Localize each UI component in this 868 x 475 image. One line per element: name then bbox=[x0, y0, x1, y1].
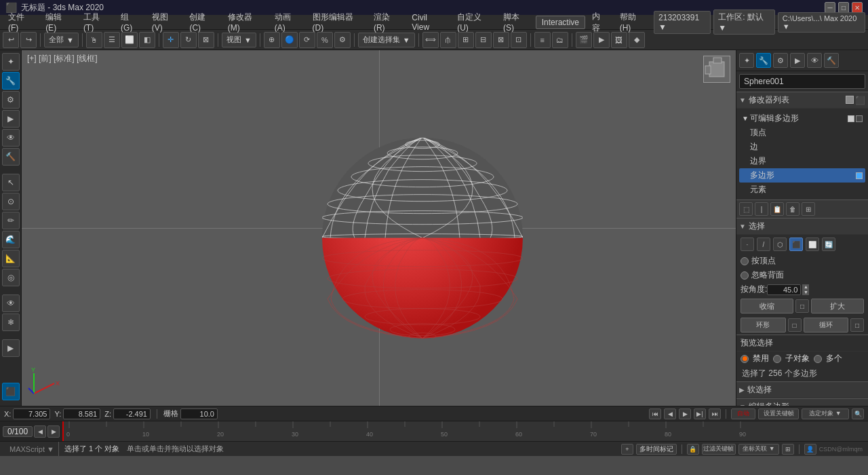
menu-graph-editor[interactable]: 图形编辑器(D) bbox=[307, 10, 367, 34]
prev-frame-btn[interactable]: ◀ bbox=[664, 408, 676, 419]
window-crossing-button[interactable]: ◧ bbox=[139, 32, 155, 48]
mirror-button[interactable]: ⟺ bbox=[422, 32, 439, 48]
shrink-extra-btn[interactable]: □ bbox=[795, 299, 809, 313]
z-value[interactable]: -2.491 bbox=[113, 408, 151, 419]
utility-panel-btn[interactable]: 🔨 bbox=[2, 148, 20, 166]
modify-panel-btn[interactable]: 🔧 bbox=[2, 72, 20, 90]
menu-file[interactable]: 文件(F) bbox=[3, 10, 39, 34]
preview-radio-disabled[interactable] bbox=[741, 355, 749, 363]
layer-manager-button[interactable]: ≡ bbox=[534, 32, 551, 48]
subpanel-icon-2[interactable]: | bbox=[755, 202, 768, 216]
isolate-btn-2[interactable]: 过滤关键帧 bbox=[702, 444, 736, 455]
select-object-btn-2[interactable]: 选定对象 ▼ bbox=[802, 408, 849, 419]
select-rotate-button[interactable]: ↻ bbox=[180, 32, 197, 48]
edit-poly-header[interactable]: ▼ 编辑多边形 bbox=[736, 398, 868, 406]
ignore-backface-check[interactable] bbox=[741, 271, 749, 280]
loop-extra-btn[interactable]: □ bbox=[850, 318, 864, 332]
timeline-right-btn[interactable]: ▶ bbox=[47, 425, 60, 438]
selection-filter-dropdown[interactable]: 全部 ▼ bbox=[44, 33, 79, 48]
hierarchy-panel-btn[interactable]: ⚙ bbox=[2, 91, 20, 109]
user-icon-btn[interactable]: 👤 bbox=[804, 444, 816, 455]
subpanel-icon-4[interactable]: 🗑 bbox=[786, 202, 800, 216]
menu-render[interactable]: 渲染(R) bbox=[368, 10, 405, 34]
hide-unselected-btn[interactable]: 👁 bbox=[2, 294, 20, 312]
timeline-left-btn[interactable]: ◀ bbox=[34, 425, 46, 438]
object-name-field[interactable]: Sphere001 bbox=[739, 74, 865, 89]
by-vertex-check[interactable] bbox=[741, 257, 749, 265]
modifier-list-header[interactable]: ▼ 修改器列表 ⬛ bbox=[736, 92, 868, 109]
create-mode-btn[interactable]: ✦ bbox=[739, 53, 754, 68]
isolate-btn[interactable]: ◎ bbox=[2, 269, 20, 286]
freehand-select-btn[interactable]: ⊙ bbox=[2, 193, 20, 210]
normal-align-button[interactable]: ⊞ bbox=[458, 32, 474, 48]
angle-down[interactable]: ▼ bbox=[802, 290, 809, 295]
auto-key-btn[interactable]: 自动 bbox=[731, 408, 755, 419]
angle-snap-button[interactable]: ⟳ bbox=[299, 32, 315, 48]
modifier-color-swatch[interactable] bbox=[846, 96, 854, 104]
place-highlight-button[interactable]: ⊟ bbox=[475, 32, 492, 48]
render-setup-button[interactable]: 🎬 bbox=[576, 32, 592, 48]
hierarchy-mode-btn[interactable]: ⚙ bbox=[773, 53, 788, 68]
select-scale-button[interactable]: ⊠ bbox=[198, 32, 214, 48]
sel-polygon-icon[interactable]: ⬛ bbox=[789, 238, 803, 251]
angle-value[interactable]: 45.0 bbox=[767, 284, 801, 295]
rect-select-button[interactable]: ⬜ bbox=[121, 32, 138, 48]
menu-tools[interactable]: 工具(T) bbox=[78, 10, 114, 34]
add-time-btn[interactable]: + bbox=[621, 444, 633, 455]
freeze-btn[interactable]: ❄ bbox=[2, 314, 20, 331]
measure-btn[interactable]: 📐 bbox=[2, 250, 20, 267]
modifier-toggle[interactable] bbox=[856, 115, 863, 122]
menu-view[interactable]: 视图(V) bbox=[146, 10, 183, 34]
paint-select-btn[interactable]: ✏ bbox=[2, 212, 20, 229]
undo-button[interactable]: ↩ bbox=[3, 32, 19, 48]
motion-mode-btn[interactable]: ▶ bbox=[790, 53, 805, 68]
last-frame-btn[interactable]: ⏭ bbox=[709, 408, 721, 419]
modifier-item-border[interactable]: 边界 bbox=[739, 154, 865, 168]
modifier-item-polygon[interactable]: 多边形 bbox=[739, 168, 865, 183]
user-id-field[interactable]: 213203391 ▼ bbox=[654, 11, 711, 34]
create-selection-dropdown[interactable]: 创建选择集 ▼ bbox=[358, 33, 415, 48]
angle-spinner[interactable]: ▲ ▼ bbox=[802, 284, 809, 295]
modifier-item-element[interactable]: 元素 bbox=[739, 183, 865, 197]
subpanel-icon-5[interactable]: ⊞ bbox=[802, 202, 815, 216]
grow-button[interactable]: 扩大 bbox=[811, 299, 864, 314]
sel-vertex-icon[interactable]: · bbox=[741, 238, 754, 251]
ring-extra-btn[interactable]: □ bbox=[788, 318, 802, 332]
x-value[interactable]: 7.305 bbox=[13, 408, 50, 419]
modifier-item-edpoly[interactable]: ▼ 可编辑多边形 bbox=[739, 111, 865, 126]
select-object-button[interactable]: 🖱 bbox=[86, 32, 102, 48]
percent-snap-button[interactable]: % bbox=[317, 32, 333, 48]
modify-mode-btn[interactable]: 🔧 bbox=[756, 53, 771, 68]
menu-script[interactable]: 脚本(S) bbox=[498, 10, 534, 34]
menu-create[interactable]: 创建(C) bbox=[184, 10, 220, 34]
menu-edit[interactable]: 编辑(E) bbox=[40, 10, 77, 34]
ring-button[interactable]: 环形 bbox=[741, 318, 786, 332]
timeline-track[interactable]: 0 10 20 30 40 50 60 70 80 90 bbox=[62, 421, 868, 441]
select-move-button[interactable]: ✛ bbox=[163, 32, 179, 48]
coords-type-btn[interactable]: 坐标关联 ▼ bbox=[738, 444, 779, 455]
motion-panel-btn[interactable]: ▶ bbox=[2, 110, 20, 128]
material-editor-button[interactable]: ◆ bbox=[629, 32, 645, 48]
sel-element-icon[interactable]: ⬜ bbox=[806, 238, 819, 251]
create-panel-btn[interactable]: ✦ bbox=[2, 53, 20, 71]
viewport[interactable]: [+] [前] [标准] [线框] bbox=[22, 50, 736, 406]
menu-group[interactable]: 组(G) bbox=[115, 10, 145, 34]
shrink-button[interactable]: 收缩 bbox=[741, 299, 793, 314]
select-by-name-button[interactable]: ☰ bbox=[104, 32, 120, 48]
align-button[interactable]: ⫛ bbox=[440, 32, 456, 48]
menu-animation[interactable]: 动画(A) bbox=[269, 10, 306, 34]
redo-button[interactable]: ↪ bbox=[20, 32, 37, 48]
modifier-item-vertex[interactable]: 顶点 bbox=[739, 126, 865, 140]
set-key-btn[interactable]: 设置关键帧 bbox=[758, 408, 799, 419]
scale-value[interactable]: 10.0 bbox=[180, 408, 218, 419]
workspace-selector[interactable]: 工作区: 默认 ▼ bbox=[713, 10, 774, 35]
select-section-header[interactable]: ▼ 选择 bbox=[736, 218, 868, 235]
preview-radio-multi[interactable] bbox=[814, 355, 822, 363]
play-btn[interactable]: ▶ bbox=[679, 408, 691, 419]
filter-btn[interactable]: 🔍 bbox=[852, 408, 864, 419]
sel-mode-icon[interactable]: 🔄 bbox=[822, 238, 835, 251]
active-view-btn[interactable]: ⬛ bbox=[2, 383, 20, 400]
align-camera-button[interactable]: ⊠ bbox=[493, 32, 509, 48]
next-frame-btn[interactable]: ▶| bbox=[694, 408, 706, 419]
key-mode-btn[interactable]: ⏮ bbox=[649, 408, 661, 419]
